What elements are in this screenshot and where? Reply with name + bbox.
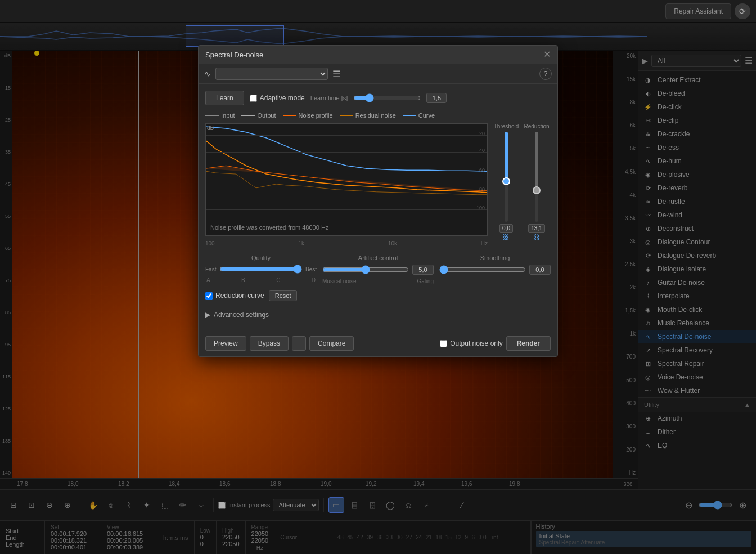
dialog-close-button[interactable]: ✕ [543, 50, 551, 59]
dialog-help-button[interactable]: ? [539, 68, 552, 80]
reduction-curve-input[interactable] [205, 292, 213, 300]
threshold-slider-group: 0,0 ⛓ [492, 132, 520, 242]
noise-message: Noise profile was converted from 48000 H… [210, 224, 328, 231]
chart-svg [206, 124, 487, 235]
preset-icon: ∿ [204, 69, 211, 78]
chart-x-axis: 100 1k 10k Hz [205, 240, 488, 250]
legend-residual-noise-line [340, 115, 353, 116]
output-noise-checkbox[interactable]: Output noise only [440, 339, 502, 347]
db-label-100: 100 [476, 205, 485, 211]
legend-noise-profile: Noise profile [283, 112, 333, 119]
dialog-overlay: Spectral De-noise ✕ ∿ ☰ ? Learn Adaptive… [0, 0, 756, 554]
quality-slider-row: Fast Best [205, 265, 317, 274]
legend-residual-noise-label: Residual noise [356, 112, 396, 119]
plus-button[interactable]: + [292, 336, 306, 351]
threshold-slider-container[interactable] [501, 132, 512, 222]
quality-group: Quality Fast Best A B C D [205, 254, 317, 284]
quality-marks: A B C D [205, 277, 317, 283]
learn-button[interactable]: Learn [205, 91, 244, 105]
compare-button[interactable]: Compare [309, 336, 354, 351]
artifact-group: Artifact control 5,0 Musical noise Gatin… [322, 254, 434, 284]
adaptive-mode-label: Adaptive mode [260, 94, 305, 102]
smoothing-group: Smoothing 0,0 [439, 254, 551, 284]
threshold-slider-track [505, 132, 508, 222]
legend-input-label: Input [221, 112, 235, 119]
artifact-slider[interactable] [322, 265, 409, 274]
output-noise-label: Output noise only [450, 339, 502, 347]
legend-curve-line [403, 115, 416, 116]
db-line-80 [206, 191, 487, 191]
advanced-settings-label: Advanced settings [214, 311, 269, 319]
threshold-value: 0,0 [500, 224, 513, 233]
dialog-body: Learn Adaptive mode Learn time [s] 1,5 I… [199, 84, 557, 330]
smoothing-slider[interactable] [439, 265, 526, 274]
reduction-curve-label: Reduction curve [215, 292, 264, 300]
reduction-slider-container[interactable] [531, 132, 542, 222]
dialog-menu-icon[interactable]: ☰ [332, 69, 340, 79]
advanced-chevron-icon: ▶ [205, 311, 210, 319]
legend-noise-profile-label: Noise profile [299, 112, 333, 119]
hz-label: Hz [481, 240, 488, 247]
threshold-label: Threshold [492, 123, 520, 129]
artifact-value: 5,0 [412, 265, 434, 275]
hz-1k: 1k [298, 240, 304, 247]
reduction-slider-group: 13,1 ⛓ [523, 132, 551, 242]
reduction-value: 13,1 [528, 224, 544, 233]
adaptive-mode-input[interactable] [250, 95, 257, 102]
controls-area: Quality Fast Best A B C D Artifact [205, 254, 551, 284]
vert-labels: Threshold Reduction [492, 123, 551, 129]
reduction-thumb[interactable] [533, 186, 541, 194]
advanced-settings-row[interactable]: ▶ Advanced settings [205, 306, 551, 323]
chart-area: 20 40 60 80 100 dB [205, 123, 551, 250]
dialog-titlebar: Spectral De-noise ✕ [199, 46, 557, 64]
gating-label: Gating [417, 278, 434, 284]
legend-row: Input Output Noise profile Residual nois… [205, 112, 551, 119]
output-noise-input[interactable] [440, 340, 447, 347]
db-line-20 [206, 135, 487, 136]
smoothing-label: Smoothing [439, 254, 551, 261]
db-label-40: 40 [479, 148, 485, 153]
db-axis-label: dB [207, 125, 214, 131]
quality-label: Quality [205, 254, 317, 261]
reduction-link-icon[interactable]: ⛓ [533, 234, 540, 242]
preview-button[interactable]: Preview [205, 336, 246, 351]
learn-time-value: 1,5 [426, 93, 447, 103]
legend-residual-noise: Residual noise [340, 112, 396, 119]
vert-sliders-row: 0,0 ⛓ 13,1 ⛓ [492, 132, 551, 242]
quality-best-label: Best [305, 266, 317, 272]
bypass-button[interactable]: Bypass [250, 336, 289, 351]
hz-10k: 10k [388, 240, 397, 247]
quality-fast-label: Fast [205, 266, 216, 272]
artifact-label: Artifact control [322, 254, 434, 261]
artifact-labels: Musical noise Gating [322, 278, 434, 284]
reduction-slider-track [535, 132, 538, 222]
reduction-curve-checkbox[interactable]: Reduction curve [205, 292, 264, 300]
learn-time-slider[interactable] [353, 93, 421, 102]
quality-slider[interactable] [219, 265, 302, 274]
dialog-footer: Preview Bypass + Compare Output noise on… [199, 330, 557, 356]
render-button[interactable]: Render [506, 336, 551, 351]
legend-input-line [205, 115, 219, 116]
reduction-fill [535, 132, 538, 190]
reset-button[interactable]: Reset [269, 290, 298, 301]
dialog-title: Spectral De-noise [205, 51, 263, 59]
db-line-40 [206, 152, 487, 153]
spectral-de-noise-dialog: Spectral De-noise ✕ ∿ ☰ ? Learn Adaptive… [198, 45, 558, 357]
legend-output-line [241, 115, 255, 116]
legend-curve: Curve [403, 112, 435, 119]
threshold-thumb[interactable] [502, 177, 510, 185]
chart-container: 20 40 60 80 100 dB [205, 123, 488, 236]
dialog-preset-dropdown[interactable] [215, 68, 328, 80]
reduction-label: Reduction [523, 123, 551, 129]
legend-output: Output [241, 112, 276, 119]
adaptive-mode-checkbox[interactable]: Adaptive mode [250, 94, 305, 102]
smoothing-slider-row: 0,0 [439, 265, 551, 275]
threshold-link-icon[interactable]: ⛓ [503, 234, 510, 242]
hz-100: 100 [205, 240, 215, 247]
db-line-100 [206, 209, 487, 210]
legend-output-label: Output [257, 112, 276, 119]
db-label-80: 80 [479, 186, 485, 192]
legend-noise-profile-line [283, 115, 296, 116]
threshold-line [206, 172, 487, 172]
dialog-toolbar: ∿ ☰ ? [199, 64, 557, 84]
